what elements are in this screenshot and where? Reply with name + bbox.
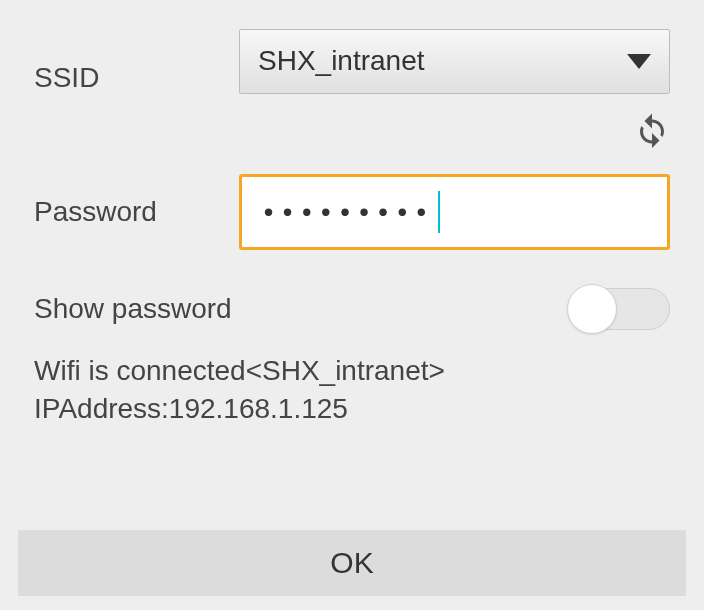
wifi-status-line2: IPAddress:192.168.1.125 <box>34 390 670 428</box>
wifi-status-line1: Wifi is connected<SHX_intranet> <box>34 352 670 390</box>
show-password-row: Show password <box>34 288 670 330</box>
show-password-toggle[interactable] <box>570 288 670 330</box>
ssid-label: SSID <box>34 28 239 94</box>
password-masked-value: ••••••••• <box>264 197 436 228</box>
ssid-row: SSID SHX_intranet <box>34 28 670 94</box>
ok-button[interactable]: OK <box>18 530 686 596</box>
wifi-status: Wifi is connected<SHX_intranet> IPAddres… <box>34 352 670 428</box>
password-label: Password <box>34 196 239 228</box>
ssid-selected-value: SHX_intranet <box>258 45 425 77</box>
text-cursor <box>438 191 440 233</box>
password-row: Password ••••••••• <box>34 174 670 250</box>
ssid-dropdown[interactable]: SHX_intranet <box>239 29 670 94</box>
content-area: SSID SHX_intranet Password ••••••••• Sho… <box>0 0 704 428</box>
refresh-icon[interactable] <box>634 112 670 148</box>
toggle-knob <box>567 284 617 334</box>
ok-button-label: OK <box>330 546 373 580</box>
show-password-label: Show password <box>34 293 232 325</box>
password-input[interactable]: ••••••••• <box>239 174 670 250</box>
chevron-down-icon <box>627 54 651 69</box>
wifi-settings-screen: SSID SHX_intranet Password ••••••••• Sho… <box>0 0 704 610</box>
refresh-row <box>34 112 670 148</box>
